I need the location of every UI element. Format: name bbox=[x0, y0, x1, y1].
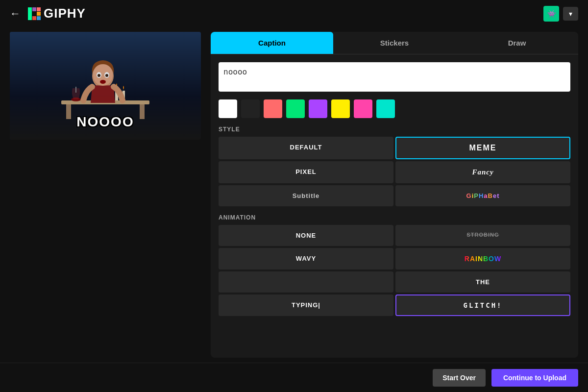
dropdown-arrow-icon: ▾ bbox=[569, 10, 572, 18]
animation-typing[interactable]: TYPING| bbox=[219, 294, 393, 316]
header: ← GIPHY 👾 ▾ bbox=[0, 0, 588, 27]
animation-strobing[interactable]: STROBING bbox=[395, 225, 570, 246]
logo-icon bbox=[28, 7, 41, 20]
color-pink[interactable] bbox=[354, 99, 372, 118]
start-over-button[interactable]: Start Over bbox=[433, 369, 486, 387]
header-left: ← GIPHY bbox=[10, 6, 86, 21]
logo: GIPHY bbox=[28, 6, 86, 21]
tabs-bar: Caption Stickers Draw bbox=[211, 32, 578, 54]
animation-label: ANIMATION bbox=[219, 214, 570, 221]
svg-rect-0 bbox=[28, 7, 32, 20]
style-pixel[interactable]: PIXEL bbox=[219, 161, 393, 183]
svg-rect-8 bbox=[140, 104, 145, 119]
animation-options: NONE STROBING WAVY RAINBOW THE TYPING| G… bbox=[219, 225, 570, 316]
continue-button[interactable]: Continue to Upload bbox=[491, 369, 578, 387]
main-content: NOOOO Caption Stickers Draw noooo bbox=[0, 27, 588, 363]
animation-rainbow[interactable]: RAINBOW bbox=[395, 248, 570, 270]
svg-rect-7 bbox=[66, 104, 71, 119]
svg-point-20 bbox=[100, 80, 106, 84]
color-black[interactable] bbox=[241, 99, 260, 118]
animation-glitch[interactable]: GLITCH! bbox=[395, 294, 570, 316]
gif-preview: NOOOO bbox=[10, 32, 201, 140]
panel-content: noooo STYLE DEFAULT MEME PIXEL Fancy Sub… bbox=[211, 54, 578, 324]
logo-text: GIPHY bbox=[44, 6, 86, 21]
svg-rect-4 bbox=[37, 16, 41, 20]
style-default[interactable]: DEFAULT bbox=[219, 137, 393, 159]
color-yellow[interactable] bbox=[331, 99, 350, 118]
header-right: 👾 ▾ bbox=[543, 6, 578, 22]
svg-rect-1 bbox=[32, 7, 36, 11]
animation-none[interactable]: NONE bbox=[219, 225, 393, 246]
style-alphabet[interactable]: GiPHaBet bbox=[395, 185, 570, 206]
color-red[interactable] bbox=[264, 99, 282, 118]
svg-rect-2 bbox=[37, 7, 41, 11]
rainbow-text: RAINBOW bbox=[465, 255, 501, 263]
animation-empty[interactable] bbox=[219, 271, 393, 293]
style-fancy[interactable]: Fancy bbox=[395, 161, 570, 183]
tab-draw[interactable]: Draw bbox=[456, 32, 578, 54]
tab-stickers[interactable]: Stickers bbox=[333, 32, 456, 54]
color-white[interactable] bbox=[219, 99, 237, 118]
style-options: DEFAULT MEME PIXEL Fancy Subtitle GiPHaB… bbox=[219, 137, 570, 206]
tab-caption[interactable]: Caption bbox=[211, 32, 333, 54]
svg-point-19 bbox=[105, 74, 108, 77]
right-panel: Caption Stickers Draw noooo STYLE DEFAUL bbox=[211, 32, 578, 358]
back-button[interactable]: ← bbox=[10, 7, 21, 20]
svg-point-18 bbox=[98, 74, 100, 77]
style-meme[interactable]: MEME bbox=[395, 137, 570, 159]
caption-overlay: NOOOO bbox=[76, 114, 134, 130]
bottom-bar: Start Over Continue to Upload bbox=[0, 363, 588, 392]
svg-rect-10 bbox=[75, 87, 76, 93]
animation-the[interactable]: THE bbox=[395, 271, 570, 293]
user-dropdown-button[interactable]: ▾ bbox=[563, 7, 578, 21]
style-label: STYLE bbox=[219, 126, 570, 133]
color-green[interactable] bbox=[286, 99, 305, 118]
color-cyan[interactable] bbox=[376, 99, 395, 118]
color-purple[interactable] bbox=[309, 99, 327, 118]
color-swatches bbox=[219, 99, 570, 118]
caption-input[interactable]: noooo bbox=[219, 62, 570, 92]
user-avatar: 👾 bbox=[543, 6, 559, 22]
svg-rect-3 bbox=[37, 12, 41, 16]
style-subtitle[interactable]: Subtitle bbox=[219, 185, 393, 206]
character-illustration bbox=[56, 47, 154, 125]
svg-rect-5 bbox=[32, 16, 36, 20]
animation-wavy[interactable]: WAVY bbox=[219, 248, 393, 270]
preview-area: NOOOO bbox=[10, 32, 201, 358]
